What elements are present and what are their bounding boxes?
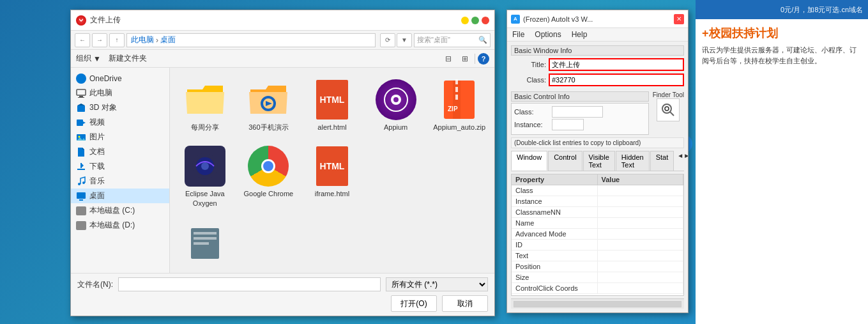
- onedrive-icon: [76, 73, 86, 84]
- cancel-button[interactable]: 取消: [442, 295, 488, 312]
- file-dialog-titlebar: 文件上传: [71, 10, 494, 31]
- help-button[interactable]: ?: [478, 53, 489, 65]
- maximize-button[interactable]: [471, 17, 479, 24]
- path-computer[interactable]: 此电脑: [131, 35, 154, 45]
- menu-file[interactable]: File: [510, 29, 527, 40]
- back-button[interactable]: ←: [75, 33, 90, 47]
- table-row[interactable]: ID: [512, 240, 683, 251]
- svg-rect-5: [77, 120, 83, 126]
- folder-svg: [185, 83, 225, 116]
- file-label: Google Chrome: [244, 189, 294, 198]
- sidebar-label-onedrive: OneDrive: [89, 74, 122, 83]
- sidebar-item-onedrive[interactable]: OneDrive: [71, 72, 169, 86]
- tab-visible-text[interactable]: Visible Text: [583, 151, 615, 171]
- sidebar-item-drive-c[interactable]: 本地磁盘 (C:): [71, 203, 169, 218]
- search-icon: 🔍: [478, 36, 487, 44]
- table-row[interactable]: Class: [512, 185, 683, 196]
- table-row[interactable]: Position: [512, 261, 683, 272]
- file-toolbar: ← → ↑ 此电脑 › 桌面 ⟳ ▼ 搜索"桌面" 🔍: [71, 31, 494, 50]
- dropdown-button[interactable]: ▼: [397, 33, 412, 47]
- html-label: HTML: [320, 95, 345, 105]
- file-main: OneDrive 此电脑 3D 对象 视频 图片 文档: [71, 68, 494, 273]
- prop-table-header: Property Value: [512, 174, 683, 185]
- up-button[interactable]: ↑: [109, 33, 125, 47]
- status-handle[interactable]: [514, 301, 681, 307]
- list-item[interactable]: HTML alert.html: [302, 73, 362, 135]
- tab-control[interactable]: Control: [548, 151, 582, 171]
- sidebar-item-desktop[interactable]: 桌面: [71, 189, 169, 203]
- sidebar-item-image[interactable]: 图片: [71, 130, 169, 144]
- svg-text:ZIP: ZIP: [448, 105, 458, 112]
- new-folder-button[interactable]: 新建文件夹: [105, 52, 151, 65]
- autoit-app-icon: A: [511, 15, 520, 24]
- menu-options[interactable]: Options: [532, 29, 563, 40]
- list-item[interactable]: Google Chrome: [239, 139, 299, 212]
- action-row: 打开(O) 取消: [77, 295, 488, 312]
- svg-line-36: [670, 112, 674, 116]
- view-icon-btn2[interactable]: ⊞: [458, 52, 472, 66]
- table-row[interactable]: Instance: [512, 196, 683, 207]
- prop-cell-class-val: [598, 185, 684, 196]
- sidebar-item-music[interactable]: 音乐: [71, 174, 169, 189]
- file-grid-row2: [175, 217, 489, 270]
- title-field-input[interactable]: [549, 58, 684, 71]
- finder-tool-label: Finder Tool: [653, 91, 684, 98]
- table-row[interactable]: Name: [512, 218, 683, 229]
- refresh-button[interactable]: ⟳: [380, 33, 395, 47]
- class-field-row: Class:: [511, 73, 684, 86]
- path-desktop[interactable]: 桌面: [160, 35, 176, 45]
- sidebar-item-download[interactable]: 下载: [71, 159, 169, 174]
- table-row[interactable]: Advanced Mode: [512, 229, 683, 240]
- sidebar-item-drive-d[interactable]: 本地磁盘 (D:): [71, 218, 169, 233]
- sidebar-label-document: 文档: [89, 146, 105, 157]
- list-item[interactable]: Appium: [366, 73, 426, 135]
- html-label2: HTML: [320, 161, 345, 171]
- autoit-close-button[interactable]: ✕: [674, 14, 684, 24]
- minimize-button[interactable]: [461, 17, 469, 24]
- table-row[interactable]: Text: [512, 251, 683, 261]
- file-icon-alert: HTML: [309, 77, 355, 123]
- control-finder-row: Basic Control Info Class: Instance: Find…: [511, 91, 684, 135]
- control-instance-input[interactable]: [552, 119, 584, 130]
- list-item[interactable]: HTML iframe.html: [302, 139, 362, 212]
- tab-hidden-text[interactable]: Hidden Text: [616, 151, 650, 171]
- class-field-input[interactable]: [549, 73, 684, 86]
- table-row[interactable]: ClassnameNN: [512, 207, 683, 218]
- sidebar-item-document[interactable]: 文档: [71, 144, 169, 159]
- close-button[interactable]: [482, 17, 489, 24]
- sidebar-label-computer: 此电脑: [89, 88, 112, 98]
- sidebar-item-3d[interactable]: 3D 对象: [71, 100, 169, 115]
- sidebar-item-computer[interactable]: 此电脑: [71, 86, 169, 100]
- table-row[interactable]: ControlClick Coords: [512, 283, 683, 294]
- menu-help[interactable]: Help: [569, 29, 590, 40]
- svg-marker-6: [83, 121, 86, 124]
- view-icon-btn1[interactable]: ⊟: [441, 52, 455, 66]
- table-row[interactable]: Size: [512, 272, 683, 283]
- list-item[interactable]: ZIP Appium_auto.zip: [429, 73, 489, 135]
- tab-scroll-arrow[interactable]: ◄►: [674, 151, 688, 171]
- sidebar-item-video[interactable]: 视频: [71, 115, 169, 130]
- filename-label: 文件名(N):: [77, 279, 113, 290]
- forward-button[interactable]: →: [92, 33, 107, 47]
- list-item[interactable]: [175, 217, 235, 270]
- prop-cell-advanced-mode: Advanced Mode: [512, 229, 598, 239]
- organize-button[interactable]: 组织 ▼: [76, 53, 101, 64]
- appium-logo: [383, 87, 409, 112]
- svg-rect-32: [194, 232, 217, 235]
- filetype-select[interactable]: 所有文件 (*.*): [386, 277, 488, 291]
- prop-cell-name-val: [598, 218, 684, 228]
- svg-rect-26: [455, 95, 458, 100]
- list-item[interactable]: 360手机演示: [239, 73, 299, 135]
- tab-stat[interactable]: Stat: [650, 151, 674, 171]
- tab-window[interactable]: Window: [511, 151, 547, 171]
- list-item[interactable]: Eclipse Java Oxygen: [175, 139, 235, 212]
- drive-c-icon: [76, 206, 86, 215]
- search-bar[interactable]: 搜索"桌面" 🔍: [414, 33, 491, 47]
- finder-tool-button[interactable]: [657, 98, 680, 121]
- control-class-input[interactable]: [552, 106, 603, 118]
- autoit-menubar: File Options Help: [507, 28, 688, 42]
- list-item[interactable]: 每周分享: [175, 73, 235, 135]
- filename-input[interactable]: [118, 277, 381, 291]
- folder-360-svg: [248, 83, 289, 116]
- open-button[interactable]: 打开(O): [391, 295, 437, 312]
